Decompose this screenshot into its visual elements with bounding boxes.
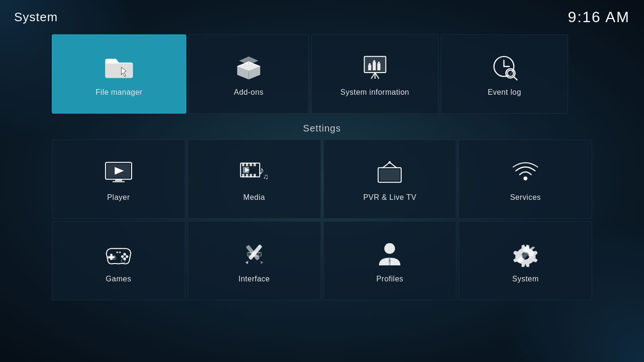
settings-row-1: Player ♪ ♫ Media	[52, 140, 592, 219]
svg-rect-23	[115, 179, 122, 181]
services-icon	[510, 158, 541, 187]
svg-line-38	[383, 162, 390, 167]
page-title: System	[14, 10, 58, 25]
games-icon	[103, 240, 134, 268]
folder-icon	[104, 53, 134, 82]
media-icon: ♪ ♫	[239, 158, 270, 187]
tile-system-label: System	[512, 275, 538, 283]
svg-rect-32	[249, 174, 252, 177]
svg-rect-24	[112, 181, 124, 182]
svg-line-11	[375, 73, 379, 79]
svg-point-8	[373, 60, 375, 62]
svg-line-10	[371, 73, 375, 79]
pvr-icon	[374, 158, 405, 187]
tile-services-label: Services	[510, 193, 541, 202]
svg-rect-6	[377, 63, 380, 70]
svg-rect-41	[380, 169, 400, 181]
svg-line-17	[513, 76, 517, 80]
tile-system-information-label: System information	[340, 88, 409, 97]
tile-add-ons-label: Add-ons	[234, 88, 264, 97]
svg-point-7	[369, 63, 371, 65]
svg-rect-26	[242, 163, 244, 166]
svg-text:♫: ♫	[263, 172, 268, 181]
tile-interface-label: Interface	[239, 275, 270, 283]
profiles-icon	[374, 240, 405, 268]
svg-point-9	[378, 62, 380, 64]
svg-rect-4	[368, 65, 371, 70]
header: System 9:16 AM	[0, 0, 644, 34]
svg-rect-52	[119, 252, 121, 253]
addons-icon	[233, 53, 264, 82]
clock: 9:16 AM	[568, 8, 630, 26]
svg-point-54	[121, 259, 125, 263]
tile-event-log-label: Event log	[487, 88, 521, 97]
svg-rect-46	[108, 256, 115, 258]
svg-line-39	[390, 162, 397, 167]
settings-heading: Settings	[52, 123, 592, 134]
tile-event-log[interactable]: Event log	[441, 34, 568, 114]
svg-point-48	[125, 255, 128, 258]
interface-icon	[239, 240, 270, 268]
settings-row-2: Games Inter	[52, 221, 592, 300]
tile-player-label: Player	[107, 193, 130, 202]
svg-rect-27	[246, 163, 248, 166]
svg-rect-51	[116, 252, 118, 253]
tile-games-label: Games	[106, 275, 131, 283]
tile-file-manager-label: File manager	[96, 88, 142, 97]
tile-pvr-live-tv[interactable]: PVR & Live TV	[323, 140, 457, 219]
tile-media[interactable]: ♪ ♫ Media	[188, 140, 321, 219]
tile-games[interactable]: Games	[52, 221, 185, 300]
event-log-icon	[489, 53, 520, 82]
svg-marker-58	[259, 260, 263, 264]
tile-file-manager[interactable]: File manager	[52, 34, 186, 114]
svg-marker-56	[245, 260, 249, 264]
svg-rect-33	[254, 174, 256, 177]
svg-point-42	[388, 161, 391, 164]
tile-media-label: Media	[243, 193, 265, 202]
svg-point-72	[522, 253, 528, 259]
main-content: File manager Add-ons	[0, 34, 644, 300]
svg-point-68	[385, 243, 396, 254]
tile-add-ons[interactable]: Add-ons	[189, 34, 309, 114]
tile-profiles-label: Profiles	[376, 275, 403, 283]
tile-profiles[interactable]: Profiles	[323, 221, 457, 300]
tile-system-information[interactable]: System information	[311, 34, 438, 114]
svg-point-50	[121, 255, 124, 258]
player-icon	[103, 158, 134, 187]
tile-interface[interactable]: Interface	[188, 221, 321, 300]
svg-rect-31	[246, 174, 248, 177]
tile-system[interactable]: System	[459, 221, 592, 300]
tile-services[interactable]: Services	[459, 140, 592, 219]
svg-point-43	[524, 177, 528, 181]
svg-point-47	[124, 253, 126, 256]
top-row: File manager Add-ons	[52, 34, 592, 114]
tile-player[interactable]: Player	[52, 140, 185, 219]
system-icon	[510, 240, 541, 268]
system-info-icon	[360, 53, 390, 82]
svg-rect-28	[249, 163, 252, 166]
tile-pvr-label: PVR & Live TV	[363, 193, 416, 202]
svg-rect-30	[242, 174, 244, 177]
svg-rect-29	[254, 163, 256, 166]
svg-rect-5	[372, 62, 376, 70]
